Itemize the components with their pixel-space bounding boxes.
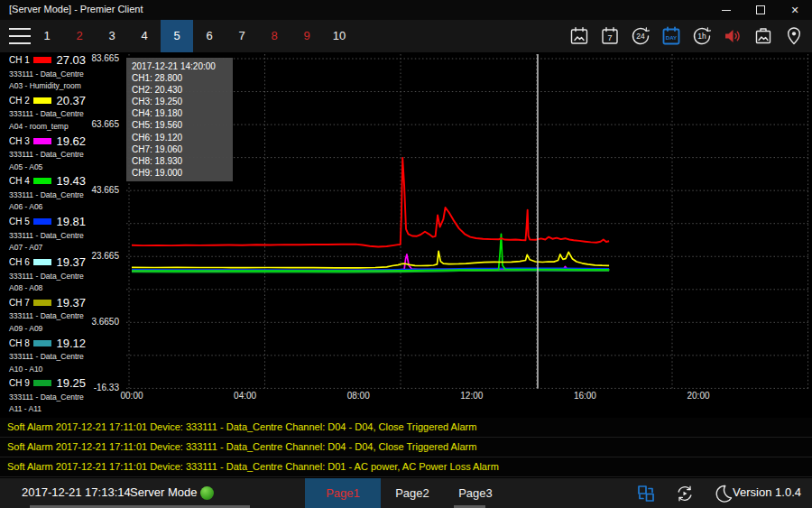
status-icons bbox=[634, 482, 735, 505]
tooltip-channel-value: CH5: 19.560 bbox=[132, 119, 227, 131]
toolbar-icons: 724DAY1h bbox=[567, 23, 807, 49]
x-axis-tick: 00:00 bbox=[120, 391, 143, 401]
tooltip-channel-value: CH8: 18.930 bbox=[132, 155, 227, 167]
tooltip-channel-value: CH3: 19.250 bbox=[132, 96, 227, 107]
current-time: 2017-12-21 17:13:14 bbox=[22, 485, 131, 499]
alarm-row-3[interactable]: Soft Alarm 2017-12-21 17:11:01 Device: 3… bbox=[0, 457, 812, 477]
tab-2[interactable]: 2 bbox=[63, 20, 96, 52]
server-mode-label: Server Mode bbox=[130, 485, 197, 499]
svg-text:DAY: DAY bbox=[666, 34, 678, 41]
y-axis-tick: 63.665 bbox=[91, 119, 119, 129]
page-tabs: Page1Page2Page3 bbox=[305, 478, 507, 508]
tab-6[interactable]: 6 bbox=[193, 20, 226, 52]
page-tab-page3[interactable]: Page3 bbox=[444, 478, 507, 508]
x-axis-tick: 20:00 bbox=[687, 391, 709, 401]
tab-8[interactable]: 8 bbox=[258, 20, 291, 52]
snapshot-bin-icon[interactable] bbox=[751, 23, 776, 49]
alarm-row-1[interactable]: Soft Alarm 2017-12-21 17:11:01 Device: 3… bbox=[0, 418, 812, 438]
version-label: Version 1.0.4 bbox=[733, 485, 801, 499]
page-tab-page2[interactable]: Page2 bbox=[381, 478, 444, 508]
y-axis-tick: 83.665 bbox=[91, 53, 119, 63]
maximize-button[interactable] bbox=[743, 0, 778, 20]
hours-24-icon[interactable]: 24 bbox=[628, 23, 653, 49]
svg-text:1h: 1h bbox=[697, 32, 706, 41]
y-axis-tick: 23.665 bbox=[91, 251, 119, 261]
tooltip-time: 2017-12-21 14:20:00 bbox=[132, 60, 227, 72]
svg-text:7: 7 bbox=[607, 33, 612, 42]
y-axis-tick: -16.33 bbox=[94, 383, 119, 393]
window-controls: ✕ bbox=[709, 0, 812, 20]
location-pin-icon[interactable] bbox=[781, 23, 807, 49]
tab-3[interactable]: 3 bbox=[96, 20, 128, 52]
tab-bar: 12345678910 724DAY1h bbox=[0, 20, 812, 52]
x-axis-tick: 04:00 bbox=[234, 391, 256, 401]
y-axis-tick: 3.6650 bbox=[91, 317, 119, 327]
x-axis-tick: 08:00 bbox=[347, 391, 370, 401]
tooltip-channel-value: CH4: 19.180 bbox=[132, 107, 227, 119]
cursor-tooltip: 2017-12-21 14:20:00 CH1: 28.800CH2: 20.4… bbox=[126, 58, 233, 181]
tooltip-channel-value: CH9: 19.000 bbox=[132, 167, 227, 179]
hour-1h-icon[interactable]: 1h bbox=[689, 23, 715, 49]
tab-7[interactable]: 7 bbox=[226, 20, 258, 52]
x-axis-tick: 12:00 bbox=[460, 391, 483, 401]
alarm-list: Soft Alarm 2017-12-21 17:11:01 Device: 3… bbox=[0, 418, 812, 478]
night-mode-icon[interactable] bbox=[712, 482, 735, 505]
tooltip-channel-value: CH7: 19.060 bbox=[132, 143, 227, 155]
channel-point: A11 - A11 bbox=[9, 404, 94, 413]
close-icon: ✕ bbox=[790, 5, 798, 15]
minimize-icon bbox=[722, 10, 731, 11]
close-button[interactable]: ✕ bbox=[778, 0, 812, 20]
tab-10[interactable]: 10 bbox=[323, 20, 355, 52]
tab-9[interactable]: 9 bbox=[291, 20, 323, 52]
calendar-export-icon[interactable] bbox=[567, 23, 592, 49]
y-axis-labels: 83.66563.66543.66523.6653.6650-16.33 bbox=[0, 52, 121, 395]
sync-icon[interactable] bbox=[673, 482, 697, 505]
page-layout-icon[interactable] bbox=[634, 482, 658, 505]
chart-area: CH 127.03333111 - Data_CentreA03 - Humid… bbox=[0, 52, 812, 418]
maximize-icon bbox=[756, 5, 765, 14]
tooltip-channel-value: CH6: 19.120 bbox=[132, 132, 227, 143]
title-bar: [Server Mode] - Premier Client ✕ bbox=[0, 0, 812, 20]
tooltip-channel-value: CH1: 28.800 bbox=[132, 72, 227, 84]
status-bar: 2017-12-21 17:13:14 Server Mode Page1Pag… bbox=[0, 478, 812, 508]
tab-5[interactable]: 5 bbox=[161, 20, 193, 52]
y-axis-tick: 43.665 bbox=[91, 185, 119, 195]
page-tab-page1[interactable]: Page1 bbox=[305, 478, 381, 508]
svg-text:24: 24 bbox=[636, 32, 645, 41]
tab-1[interactable]: 1 bbox=[31, 20, 63, 52]
window-title: [Server Mode] - Premier Client bbox=[9, 4, 143, 14]
tooltip-channel-value: CH2: 20.430 bbox=[132, 84, 227, 96]
x-axis-tick: 16:00 bbox=[574, 391, 596, 401]
calendar-week-icon[interactable]: 7 bbox=[597, 23, 623, 49]
alarm-row-2[interactable]: Soft Alarm 2017-12-21 17:11:01 Device: 3… bbox=[0, 438, 812, 457]
hamburger-icon bbox=[9, 28, 31, 30]
day-view-icon[interactable]: DAY bbox=[659, 23, 684, 49]
tab-4[interactable]: 4 bbox=[128, 20, 161, 52]
minimize-button[interactable] bbox=[709, 0, 743, 20]
server-status-indicator bbox=[200, 486, 214, 500]
audio-alarm-icon[interactable] bbox=[720, 23, 745, 49]
page-number-tabs: 12345678910 bbox=[31, 20, 355, 52]
menu-button[interactable] bbox=[9, 28, 31, 44]
